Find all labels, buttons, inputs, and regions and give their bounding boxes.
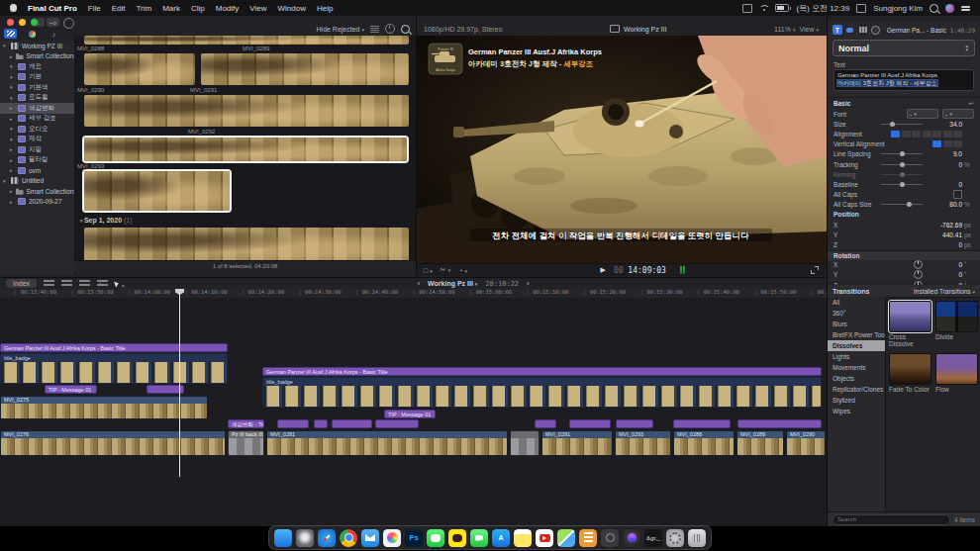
dock-icon[interactable] [688, 529, 706, 547]
timeline-video-clip[interactable]: MVI_0289 [736, 430, 784, 456]
sidebar-item[interactable]: 오디오 [0, 124, 74, 135]
append-edit-icon[interactable] [79, 280, 90, 288]
retime-menu[interactable]: ◔ [458, 267, 467, 274]
transition-category[interactable]: Lights [828, 351, 885, 362]
position-z-value[interactable]: 0 [929, 241, 962, 248]
clip-thumbnail[interactable] [84, 53, 195, 85]
disclosure-triangle-icon[interactable] [10, 126, 15, 132]
timeline-caption-clip[interactable] [375, 419, 419, 428]
timeline-caption-clip[interactable] [277, 419, 309, 428]
duration-slider-icon[interactable] [385, 24, 395, 34]
transition-item[interactable]: Cross Dissolve [889, 301, 930, 347]
installed-transitions-dropdown[interactable]: Installed Transitions [914, 288, 975, 295]
sidebar-item[interactable]: 제작 [0, 135, 74, 145]
spotlight-icon[interactable] [930, 4, 938, 13]
timeline-back-button[interactable]: ‹ [418, 280, 420, 287]
menu-item[interactable]: View [249, 4, 266, 13]
timeline-video-clip[interactable]: MVI_0275 [0, 396, 208, 419]
disclosure-triangle-icon[interactable] [10, 167, 15, 173]
user-menu[interactable]: Sungjong Kim [873, 4, 923, 13]
font-family-dropdown[interactable]: - [907, 109, 938, 119]
position-y-value[interactable]: 440.41 [929, 231, 962, 238]
overwrite-edit-icon[interactable] [97, 280, 108, 288]
battery-icon[interactable] [775, 4, 789, 12]
sidebar-item[interactable]: 세부 강조 [0, 114, 74, 125]
timeline-caption-clip[interactable] [535, 419, 556, 428]
connect-edit-icon[interactable] [44, 280, 54, 288]
sidebar-item[interactable]: 2020-09-27 [0, 197, 74, 208]
transitions-search-input[interactable] [833, 514, 950, 525]
valign-bottom-button[interactable] [953, 140, 962, 147]
disclosure-triangle-icon[interactable] [3, 43, 8, 48]
audio-meters-icon[interactable] [680, 266, 686, 274]
disclosure-triangle-icon[interactable] [10, 84, 15, 90]
timeline-tip-clip[interactable]: TIP - Message 01 [384, 410, 436, 418]
clip-thumbnail[interactable] [201, 53, 409, 85]
index-button[interactable]: Index [6, 279, 37, 288]
justify-left-button[interactable] [923, 131, 931, 138]
disclosure-triangle-icon[interactable] [10, 63, 15, 69]
timeline-badge-clip[interactable]: title_badge [262, 377, 822, 408]
timeline-caption-clip[interactable] [616, 419, 653, 428]
dock-icon[interactable] [361, 529, 379, 547]
menu-item[interactable]: Modify [216, 4, 240, 13]
sidebar-item[interactable]: 치핑 [0, 144, 74, 155]
transition-category[interactable]: Stylized [828, 395, 885, 406]
disclosure-triangle-icon[interactable] [10, 74, 15, 80]
transform-menu[interactable]: □ [424, 267, 433, 274]
zoom-level-dropdown[interactable]: 111% [774, 26, 795, 33]
timeline-video-clip[interactable]: MVI_0276 [0, 430, 226, 456]
transition-category[interactable]: BretFX Power Tools [828, 329, 885, 340]
sidebar-item[interactable]: 기본 [0, 72, 74, 83]
input-source-icon[interactable] [856, 4, 866, 13]
menu-item[interactable]: Trim [136, 4, 151, 13]
menu-item[interactable]: Edit [112, 4, 126, 13]
transition-item[interactable]: Fade To Color [889, 353, 930, 393]
dock-icon[interactable] [318, 529, 336, 547]
disclosure-triangle-icon[interactable] [3, 178, 8, 184]
align-left-button[interactable] [891, 131, 900, 138]
disclosure-triangle-icon[interactable] [10, 53, 13, 59]
valign-top-button[interactable] [932, 140, 941, 147]
transition-category[interactable]: Objects [828, 373, 885, 384]
dock-icon[interactable] [623, 529, 640, 547]
video-inspector-tab[interactable] [858, 25, 868, 35]
timeline-forward-button[interactable]: › [527, 280, 529, 287]
apple-menu-icon[interactable] [10, 4, 17, 12]
control-center-icon[interactable] [961, 5, 970, 12]
timeline-video-clip[interactable] [510, 430, 539, 456]
background-tasks-button[interactable] [63, 18, 74, 29]
timeline-caption-clip[interactable]: 색감변화 - Title 01 [228, 419, 264, 428]
disclosure-triangle-icon[interactable] [10, 188, 13, 194]
dock-icon[interactable] [340, 529, 357, 547]
dock-icon[interactable] [514, 529, 532, 547]
justify-center-button[interactable] [932, 131, 941, 138]
playhead[interactable] [179, 289, 180, 477]
viewer-canvas[interactable]: 전차 전체에 걸쳐 이 작업을 반복 진행해서 디테일을 또렷히 만듭니다 Pa… [416, 36, 827, 263]
fullscreen-icon[interactable] [811, 266, 819, 274]
rotation-y-dial[interactable] [914, 270, 923, 279]
tracking-slider[interactable] [881, 164, 923, 165]
transition-item[interactable]: Flow [935, 353, 976, 393]
timeline-caption-clip[interactable] [737, 419, 822, 428]
dock-icon[interactable] [274, 529, 292, 547]
sidebar-item[interactable]: 기본색 [0, 82, 74, 93]
justify-all-button[interactable] [953, 131, 962, 138]
sidebar-item[interactable]: 색감변화 [0, 103, 74, 114]
all-caps-size-slider[interactable] [881, 204, 923, 205]
dock-icon[interactable] [601, 529, 619, 547]
text-field-resize-handle[interactable]: ⋯ [828, 91, 980, 95]
timeline-title-clip[interactable]: German Panzer III Ausf.J Afrika Korps - … [262, 367, 822, 376]
dock-icon[interactable] [666, 529, 684, 547]
disclosure-triangle-icon[interactable] [10, 137, 15, 142]
dock-icon[interactable] [579, 529, 597, 547]
title-inspector-tab[interactable]: T [833, 25, 842, 35]
dock-icon[interactable] [470, 529, 488, 547]
timeline-video-clip[interactable]: Pz III back 001 [228, 430, 264, 456]
align-center-button[interactable] [902, 131, 911, 138]
effects-menu[interactable]: ✂ [441, 266, 450, 274]
wifi-icon[interactable] [759, 5, 768, 12]
timeline-badge-clip[interactable]: title_badge [0, 353, 228, 384]
dock-icon[interactable] [536, 529, 553, 547]
reset-icon[interactable]: ↩ [969, 100, 974, 108]
